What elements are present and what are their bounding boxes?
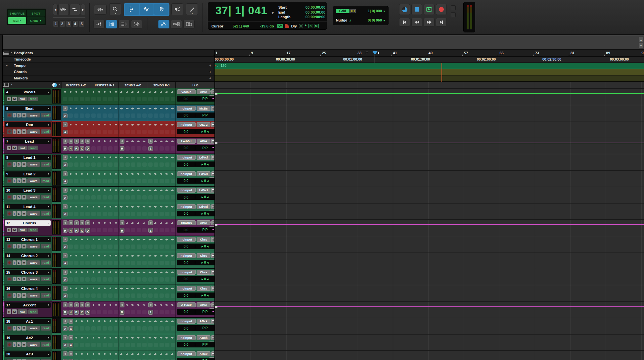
send-slot-icon[interactable] xyxy=(150,288,152,290)
track-volume-value[interactable]: 0.0 xyxy=(177,261,195,265)
empty-assignment-slot[interactable] xyxy=(171,343,175,347)
send-slot-icon[interactable] xyxy=(127,304,129,306)
insert-ae-assignment[interactable]: 4 xyxy=(69,326,73,331)
send-slot-icon[interactable] xyxy=(132,255,134,257)
send-slot-icon[interactable] xyxy=(155,189,157,191)
insert-slot-icon[interactable] xyxy=(104,255,106,256)
empty-assignment-slot[interactable] xyxy=(69,130,73,134)
empty-assignment-slot[interactable] xyxy=(142,146,147,151)
track-volume-value[interactable]: 0.0 xyxy=(177,211,195,215)
track-solo-button[interactable]: S xyxy=(17,178,21,183)
send-slot-icon[interactable] xyxy=(138,239,140,241)
empty-assignment-slot[interactable] xyxy=(160,146,164,151)
empty-assignment-slot[interactable] xyxy=(108,343,113,347)
track-volume-value[interactable]: 0.0 xyxy=(177,130,195,134)
empty-assignment-slot[interactable] xyxy=(114,310,118,314)
insert-ae-assignment[interactable]: A xyxy=(63,293,68,298)
insert-slot-icon[interactable] xyxy=(87,157,88,158)
track-output-selector[interactable]: LdVcl xyxy=(197,204,210,209)
send-slot-icon[interactable] xyxy=(166,189,168,191)
track-automation-mode[interactable]: read xyxy=(41,195,51,200)
send-slot-icon[interactable] xyxy=(155,222,157,224)
empty-assignment-slot[interactable] xyxy=(69,179,73,183)
empty-assignment-slot[interactable] xyxy=(131,162,135,167)
track-view-selector[interactable]: vol xyxy=(18,97,27,101)
send-slot-icon[interactable] xyxy=(155,124,157,126)
track-volume-value[interactable]: 0.0 xyxy=(177,179,195,183)
insert-slot-icon[interactable] xyxy=(70,173,71,175)
ruler-label-chords[interactable]: Chords xyxy=(14,70,27,74)
insert-slot-icon[interactable] xyxy=(115,304,117,306)
end-value[interactable]: 00:00:00:00 xyxy=(305,10,325,15)
send-slot-icon[interactable] xyxy=(138,288,140,290)
zoom-preset-5[interactable]: 5 xyxy=(79,21,84,27)
track-input-selector[interactable]: noinput xyxy=(177,286,196,291)
bars-lane[interactable]: 1 9 17 25 33 41 49 57 65 73 81 89 97 xyxy=(214,50,644,56)
column-header-3[interactable]: SENDS F-J xyxy=(147,82,175,88)
empty-assignment-slot[interactable] xyxy=(137,130,141,134)
send-slot-icon[interactable] xyxy=(155,255,157,257)
track-options-caret-icon[interactable]: ▼ xyxy=(47,189,51,192)
zoom-preset-1[interactable]: 1 xyxy=(53,21,59,27)
empty-assignment-slot[interactable] xyxy=(103,245,107,249)
track-automation-mode[interactable]: read xyxy=(28,309,38,314)
send-slot-icon[interactable] xyxy=(132,239,134,241)
empty-assignment-slot[interactable] xyxy=(103,343,107,347)
send-slot-icon[interactable] xyxy=(138,157,140,158)
empty-assignment-slot[interactable] xyxy=(80,326,84,331)
track-name[interactable]: Vocals xyxy=(12,90,47,94)
empty-assignment-slot[interactable] xyxy=(85,179,90,183)
insert-slot-icon[interactable] xyxy=(104,337,106,338)
insert-slot-icon[interactable] xyxy=(98,320,100,322)
track-input-selector[interactable]: noinput xyxy=(177,106,196,111)
send-slot-icon[interactable] xyxy=(144,337,146,339)
empty-assignment-slot[interactable] xyxy=(137,326,141,331)
empty-assignment-slot[interactable] xyxy=(108,179,113,183)
insert-slot-icon[interactable] xyxy=(87,320,88,322)
insert-slot-icon[interactable] xyxy=(70,108,71,109)
insert-slot-icon[interactable] xyxy=(81,108,83,109)
insert-slot-icon[interactable] xyxy=(81,239,83,240)
empty-assignment-slot[interactable] xyxy=(91,326,96,331)
track-pan-value[interactable]: ▸ 0 ◂ xyxy=(195,212,215,215)
folder-clip-handle[interactable] xyxy=(215,224,217,226)
empty-assignment-slot[interactable] xyxy=(137,146,141,151)
mirrored-editing-button[interactable] xyxy=(183,20,195,28)
track-volume-value[interactable]: 0.0 xyxy=(177,146,195,150)
empty-assignment-slot[interactable] xyxy=(142,212,147,216)
send-slot-icon[interactable] xyxy=(127,337,129,339)
send-slot-icon[interactable] xyxy=(144,189,146,191)
insert-slot-icon[interactable] xyxy=(81,337,83,338)
empty-assignment-slot[interactable] xyxy=(74,277,78,282)
column-header-2[interactable]: SENDS A-E xyxy=(118,82,147,88)
empty-assignment-slot[interactable] xyxy=(69,97,73,101)
insert-slot-icon[interactable] xyxy=(70,157,71,158)
track-record-button[interactable] xyxy=(7,195,12,200)
track-record-button[interactable] xyxy=(7,326,12,331)
send-slot-icon[interactable] xyxy=(132,304,134,306)
empty-assignment-slot[interactable] xyxy=(69,113,73,118)
playhead-marker[interactable] xyxy=(372,51,378,55)
empty-assignment-slot[interactable] xyxy=(137,113,141,118)
send-slot-icon[interactable] xyxy=(127,288,129,290)
insert-slot-icon[interactable] xyxy=(110,140,111,142)
send-slot-icon[interactable] xyxy=(132,222,134,224)
empty-assignment-slot[interactable] xyxy=(97,326,101,331)
empty-assignment-slot[interactable] xyxy=(131,277,135,282)
send-slot-icon[interactable] xyxy=(155,157,157,158)
insert-slot-icon[interactable] xyxy=(98,239,100,240)
track-automation-mode[interactable]: read xyxy=(28,146,38,150)
insert-slot-icon[interactable] xyxy=(87,124,88,125)
track-output-selector[interactable]: MxBs xyxy=(197,106,210,111)
send-slot-icon[interactable] xyxy=(127,173,129,175)
track-view-selector[interactable]: wave xyxy=(27,342,40,347)
empty-assignment-slot[interactable] xyxy=(131,293,135,298)
selection-in-flag-icon[interactable] xyxy=(366,52,368,54)
track-record-button[interactable] xyxy=(7,277,12,281)
insert-slot-icon[interactable] xyxy=(70,255,71,256)
send-slot-icon[interactable] xyxy=(144,157,146,158)
empty-assignment-slot[interactable] xyxy=(171,228,175,232)
send-slot-icon[interactable] xyxy=(138,124,140,126)
insert-slot-icon[interactable] xyxy=(115,353,117,355)
track-name-field[interactable]: 15 Chorus 3 ▼ xyxy=(5,270,51,275)
